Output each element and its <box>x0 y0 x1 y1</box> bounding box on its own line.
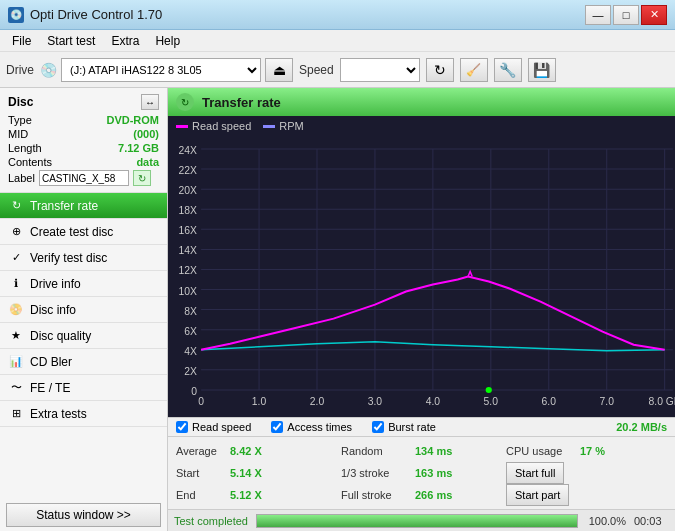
svg-text:3.0: 3.0 <box>368 396 383 407</box>
sidebar: Disc ↔ Type DVD-ROM MID (000) Length 7.1… <box>0 88 168 531</box>
progress-bar-fill <box>257 515 577 527</box>
read-speed-color <box>176 125 188 128</box>
stroke1-row: 1/3 stroke 163 ms <box>341 463 502 483</box>
disc-type-value: DVD-ROM <box>106 114 159 126</box>
progress-time: 00:03 <box>634 515 669 527</box>
nav-disc-quality-label: Disc quality <box>30 329 91 343</box>
burst-rate-check[interactable]: Burst rate <box>372 421 436 433</box>
drive-info-icon: ℹ <box>8 276 24 292</box>
start-part-button[interactable]: Start part <box>506 484 569 506</box>
menu-help[interactable]: Help <box>147 32 188 50</box>
settings-button[interactable]: 🔧 <box>494 58 522 82</box>
disc-expand-button[interactable]: ↔ <box>141 94 159 110</box>
nav-fe-te-label: FE / TE <box>30 381 70 395</box>
titlebar-left: 💿 Opti Drive Control 1.70 <box>8 7 162 23</box>
checkbox-row: Read speed Access times Burst rate 20.2 … <box>168 417 675 437</box>
end-row: End 5.12 X <box>176 485 337 505</box>
random-row: Random 134 ms <box>341 441 502 461</box>
transfer-rate-icon: ↻ <box>8 198 24 214</box>
nav-create-test-disc-label: Create test disc <box>30 225 113 239</box>
disc-length-row: Length 7.12 GB <box>8 142 159 154</box>
svg-text:8X: 8X <box>184 306 197 317</box>
close-button[interactable]: ✕ <box>641 5 667 25</box>
svg-text:8.0 GB: 8.0 GB <box>649 396 675 407</box>
nav-disc-info-label: Disc info <box>30 303 76 317</box>
nav-cd-bler[interactable]: 📊 CD Bler <box>0 349 167 375</box>
nav-disc-quality[interactable]: ★ Disc quality <box>0 323 167 349</box>
nav-fe-te[interactable]: 〜 FE / TE <box>0 375 167 401</box>
access-times-checkbox[interactable] <box>271 421 283 433</box>
svg-text:4X: 4X <box>184 346 197 357</box>
nav-transfer-rate[interactable]: ↻ Transfer rate <box>0 193 167 219</box>
start-row: Start 5.14 X <box>176 463 337 483</box>
access-times-check[interactable]: Access times <box>271 421 352 433</box>
drive-icon: 💿 <box>40 62 57 78</box>
burst-rate-checkbox[interactable] <box>372 421 384 433</box>
toolbar: Drive 💿 (J:) ATAPI iHAS122 8 3L05 ⏏ Spee… <box>0 52 675 88</box>
disc-contents-label: Contents <box>8 156 52 168</box>
eject-button[interactable]: ⏏ <box>265 58 293 82</box>
titlebar: 💿 Opti Drive Control 1.70 — □ ✕ <box>0 0 675 30</box>
nav-disc-info[interactable]: 📀 Disc info <box>0 297 167 323</box>
random-label: Random <box>341 445 411 457</box>
start-full-row: Start full <box>506 463 667 483</box>
disc-contents-value: data <box>136 156 159 168</box>
menu-file[interactable]: File <box>4 32 39 50</box>
nav-extra-tests[interactable]: ⊞ Extra tests <box>0 401 167 427</box>
svg-text:12X: 12X <box>179 266 198 277</box>
menu-extra[interactable]: Extra <box>103 32 147 50</box>
svg-text:2X: 2X <box>184 366 197 377</box>
svg-text:2.0: 2.0 <box>310 396 325 407</box>
disc-label-input[interactable] <box>39 170 129 186</box>
speed-label: Speed <box>299 63 334 77</box>
speed-select[interactable] <box>340 58 420 82</box>
random-value: 134 ms <box>415 445 455 457</box>
burst-rate-value: 20.2 MB/s <box>616 421 667 433</box>
disc-mid-label: MID <box>8 128 28 140</box>
extra-tests-icon: ⊞ <box>8 406 24 422</box>
minimize-button[interactable]: — <box>585 5 611 25</box>
transfer-rate-chart: 24X 22X 20X 18X 16X 14X 12X 10X 8X 6X 4X… <box>168 136 675 417</box>
save-button[interactable]: 💾 <box>528 58 556 82</box>
progress-percent: 100.0% <box>586 515 626 527</box>
svg-text:7.0: 7.0 <box>600 396 615 407</box>
svg-text:6.0: 6.0 <box>542 396 557 407</box>
disc-label-label: Label <box>8 172 35 184</box>
stroke1-label: 1/3 stroke <box>341 467 411 479</box>
app-icon: 💿 <box>8 7 24 23</box>
svg-point-44 <box>486 387 492 393</box>
nav-verify-test-disc[interactable]: ✓ Verify test disc <box>0 245 167 271</box>
chart-title: Transfer rate <box>202 95 281 110</box>
chart-legend: Read speed RPM <box>168 116 675 136</box>
disc-header: Disc ↔ <box>8 94 159 110</box>
burst-rate-check-label: Burst rate <box>388 421 436 433</box>
nav-create-test-disc[interactable]: ⊕ Create test disc <box>0 219 167 245</box>
progress-bar-background <box>256 514 578 528</box>
nav-drive-info-label: Drive info <box>30 277 81 291</box>
legend-read-speed: Read speed <box>176 120 251 132</box>
app-title: Opti Drive Control 1.70 <box>30 7 162 22</box>
disc-label-row: Label ↻ <box>8 170 159 186</box>
speed-refresh-button[interactable]: ↻ <box>426 58 454 82</box>
menu-start-test[interactable]: Start test <box>39 32 103 50</box>
cpu-label: CPU usage <box>506 445 576 457</box>
start-full-button[interactable]: Start full <box>506 462 564 484</box>
read-speed-check[interactable]: Read speed <box>176 421 251 433</box>
nav-cd-bler-label: CD Bler <box>30 355 72 369</box>
cpu-row: CPU usage 17 % <box>506 441 667 461</box>
maximize-button[interactable]: □ <box>613 5 639 25</box>
drive-select[interactable]: (J:) ATAPI iHAS122 8 3L05 <box>61 58 261 82</box>
stroke-full-label: Full stroke <box>341 489 411 501</box>
clear-button[interactable]: 🧹 <box>460 58 488 82</box>
disc-length-label: Length <box>8 142 42 154</box>
read-speed-checkbox[interactable] <box>176 421 188 433</box>
svg-text:24X: 24X <box>179 145 198 156</box>
status-window-button[interactable]: Status window >> <box>6 503 161 527</box>
access-times-check-label: Access times <box>287 421 352 433</box>
end-value: 5.12 X <box>230 489 275 501</box>
content-area: ↻ Transfer rate Read speed RPM 24X 22X <box>168 88 675 531</box>
nav-drive-info[interactable]: ℹ Drive info <box>0 271 167 297</box>
legend-rpm: RPM <box>263 120 303 132</box>
disc-label-refresh[interactable]: ↻ <box>133 170 151 186</box>
start-value: 5.14 X <box>230 467 275 479</box>
